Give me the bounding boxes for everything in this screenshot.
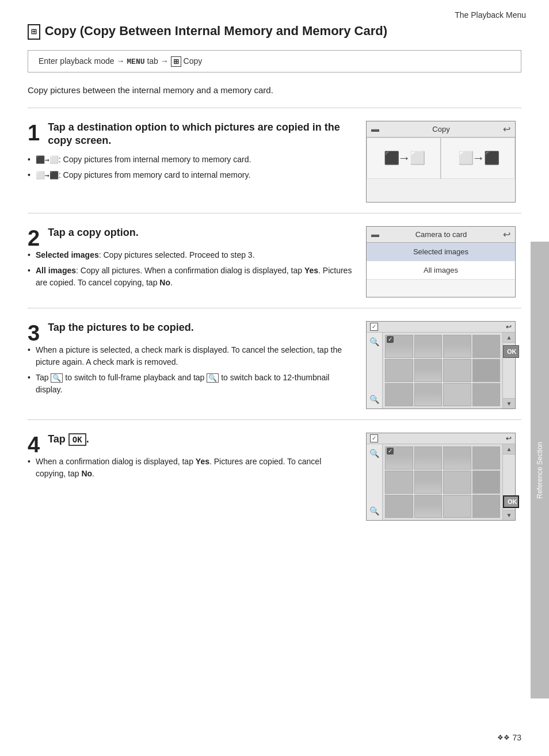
thumb-4-11[interactable] (443, 495, 471, 518)
thumb-sidebar-4: 🔍 🔍 (367, 444, 383, 520)
thumb-7[interactable] (443, 359, 471, 382)
thumb-10[interactable] (414, 383, 443, 406)
thumb-right-bar-4: ▲ OK ▼ (502, 444, 515, 520)
thumb-img-4-5 (386, 471, 413, 493)
screen-title-2: Camera to card (379, 230, 503, 239)
thumb-grid-area-4: 🔍 🔍 (367, 444, 515, 520)
zoom-in-icon-3[interactable]: 🔍 (367, 335, 382, 349)
copy-icon: ⊞ (28, 24, 40, 40)
screen-back-icon-2: ↩ (503, 229, 510, 240)
thumb-4-7[interactable] (443, 471, 471, 494)
thumb-img-4-1 (386, 447, 413, 469)
ok-btn-4[interactable]: OK (503, 495, 519, 508)
step-3-screen: ✓ ↩ 🔍 🔍 (366, 321, 521, 409)
page-title: ⊞ Copy (Copy Between Internal Memory and… (28, 23, 521, 40)
step-1-body: ⬛→⬜: Copy pictures from internal memory … (28, 154, 352, 181)
thumb-4-6[interactable] (414, 471, 443, 494)
thumb-8[interactable] (472, 359, 501, 382)
scroll-down-4[interactable]: ▼ (503, 510, 515, 520)
step-3-left: 3 Tap the pictures to be copied. When a … (28, 321, 352, 399)
zoom-out-icon-3[interactable]: 🔍 (367, 392, 382, 406)
page-footer: ❖❖ 73 (497, 733, 521, 742)
all-images-option[interactable]: All images (367, 261, 515, 280)
thumb-img-2 (415, 335, 442, 357)
thumbnail-screen-3: ✓ ↩ 🔍 🔍 (366, 321, 516, 409)
thumb-4-4[interactable] (472, 446, 501, 469)
screen-minimize-icon-2: ▬ (371, 230, 379, 239)
thumb-grid-3 (383, 333, 502, 408)
thumb-img-4-4 (473, 447, 500, 469)
thumb-img-6 (415, 360, 442, 381)
reference-section-tab: Reference Section (531, 242, 549, 698)
thumb-img-12 (473, 384, 500, 406)
screen-header-2: ▬ Camera to card ↩ (367, 227, 515, 243)
thumb-4[interactable] (472, 335, 501, 358)
reference-section-label: Reference Section (536, 442, 544, 499)
step-2-left: 2 Tap a copy option. Selected images: Co… (28, 226, 352, 292)
page-number: 73 (512, 733, 521, 742)
copy-screen: ▬ Copy ↩ ⬛→⬜ ⬜→⬛ (366, 121, 516, 203)
footer-icon: ❖❖ (497, 734, 510, 742)
thumb-5[interactable] (385, 359, 413, 382)
card-to-int-icon: ⬜→⬛ (447, 151, 509, 166)
thumb-img-4-10 (415, 495, 442, 517)
menu-path-box: Enter playback mode → MENU tab → ⊞ Copy (28, 50, 521, 72)
thumb-img-4-3 (444, 447, 471, 469)
scroll-up-3[interactable]: ▲ (503, 333, 515, 343)
step-2-screen: ▬ Camera to card ↩ Selected images All i… (366, 226, 521, 297)
step-3-section: 3 Tap the pictures to be copied. When a … (28, 308, 521, 419)
step-3-body: When a picture is selected, a check mark… (28, 344, 352, 396)
thumb-1[interactable] (385, 335, 413, 358)
thumb-grid-area-3: 🔍 🔍 (367, 333, 515, 408)
thumb-4-2[interactable] (414, 446, 443, 469)
thumb-img-7 (444, 360, 471, 381)
zoom-out-icon-4[interactable]: 🔍 (367, 504, 382, 518)
thumb-2[interactable] (414, 335, 443, 358)
thumb-4-3[interactable] (443, 446, 471, 469)
scroll-up-4[interactable]: ▲ (503, 444, 515, 455)
selected-images-option[interactable]: Selected images (367, 243, 515, 261)
int-to-card-icon: ⬛→⬜ (373, 151, 434, 166)
thumb-4-10[interactable] (414, 495, 443, 518)
thumb-12[interactable] (472, 383, 501, 406)
screen-header-1: ▬ Copy ↩ (367, 121, 515, 138)
step-2-bullet-1: Selected images: Copy pictures selected.… (28, 249, 352, 261)
thumb-grid-4 (383, 444, 502, 520)
thumb-img-4-2 (415, 447, 442, 469)
thumb-4-8[interactable] (472, 471, 501, 494)
card-to-internal[interactable]: ⬜→⬛ (441, 138, 515, 179)
thumb-4-12[interactable] (472, 495, 501, 518)
step-2-section: 2 Tap a copy option. Selected images: Co… (28, 213, 521, 308)
step-2-title: Tap a copy option. (48, 226, 352, 239)
thumb-img-11 (444, 384, 471, 406)
thumb-6[interactable] (414, 359, 443, 382)
scroll-down-3[interactable]: ▼ (503, 398, 515, 408)
check-header-3: ✓ ↩ (367, 322, 515, 333)
thumb-img-9 (386, 384, 413, 406)
step-2-number: 2 (28, 227, 40, 249)
thumb-img-4-12 (473, 495, 500, 517)
check-box-3[interactable]: ✓ (370, 323, 378, 331)
thumb-img-4-6 (415, 471, 442, 493)
thumb-4-5[interactable] (385, 471, 413, 494)
ok-btn-3[interactable]: OK (503, 345, 519, 358)
thumb-11[interactable] (443, 383, 471, 406)
intro-text: Copy pictures between the internal memor… (28, 85, 521, 95)
step-1-number: 1 (28, 122, 40, 144)
step-1-bullet-2: ⬜→⬛: Copy pictures from memory card to i… (28, 169, 352, 181)
thumb-4-1[interactable] (385, 446, 413, 469)
zoom-in-icon-4[interactable]: 🔍 (367, 446, 382, 460)
step-3-number: 3 (28, 322, 40, 344)
step-1-title: Tap a destination option to which pictur… (48, 121, 352, 148)
step-1-left: 1 Tap a destination option to which pict… (28, 121, 352, 185)
internal-to-card[interactable]: ⬛→⬜ (367, 138, 441, 179)
thumb-4-9[interactable] (385, 495, 413, 518)
camera-to-card-screen: ▬ Camera to card ↩ Selected images All i… (366, 226, 516, 297)
step-4-screen: ✓ ↩ 🔍 🔍 (366, 433, 521, 521)
step-3-bullet-2: Tap 🔍 to switch to full-frame playback a… (28, 372, 352, 396)
thumb-9[interactable] (385, 383, 413, 406)
thumb-img-4-11 (444, 495, 471, 517)
check-box-4[interactable]: ✓ (370, 434, 378, 442)
thumb-3[interactable] (443, 335, 471, 358)
step-1-screen: ▬ Copy ↩ ⬛→⬜ ⬜→⬛ (366, 121, 521, 203)
